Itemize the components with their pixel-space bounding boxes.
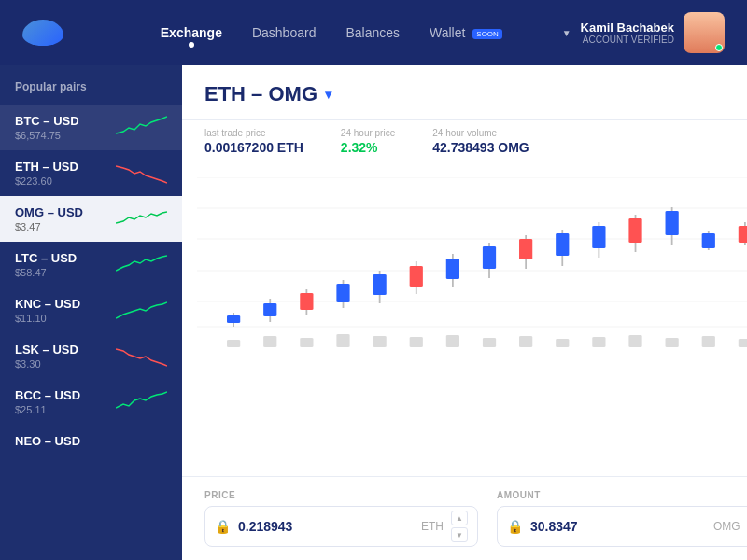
wallet-badge: SOON	[472, 29, 502, 39]
svg-rect-53	[483, 338, 496, 347]
order-form: PRICE 🔒 ETH ▲ ▼ AMOUNT 🔒 OMG	[182, 476, 747, 560]
amount-group: AMOUNT 🔒 OMG ▲ ▼	[497, 490, 747, 547]
lock-icon: 🔒	[215, 519, 231, 534]
verified-dot-icon	[715, 44, 723, 51]
amount-input[interactable]	[530, 519, 706, 534]
stat-last-trade: Last trade price 0.00167200 ETH	[204, 128, 303, 155]
pair-name: KNC – USD	[15, 297, 80, 311]
svg-rect-51	[410, 337, 423, 347]
avatar[interactable]	[684, 12, 725, 53]
stat-last-trade-value: 0.00167200 ETH	[204, 140, 303, 155]
svg-rect-31	[666, 211, 679, 235]
svg-rect-25	[556, 233, 569, 256]
svg-rect-35	[739, 226, 747, 243]
user-area: ▼ Kamil Bachabek ACCOUNT VERIFIED	[562, 12, 725, 53]
svg-rect-60	[739, 339, 747, 347]
user-info: Kamil Bachabek ACCOUNT VERIFIED	[581, 21, 674, 45]
pair-price: $6,574.75	[15, 130, 79, 141]
svg-rect-54	[519, 336, 532, 347]
pair-item-ltc-usd[interactable]: LTC – USD $58.47	[0, 242, 182, 287]
candlestick-chart	[197, 177, 747, 364]
price-stepper: ▲ ▼	[451, 511, 468, 542]
stat-24h-price: 24 hour price 2.32%	[341, 128, 395, 155]
svg-rect-29	[628, 218, 641, 243]
price-input-wrap: 🔒 ETH ▲ ▼	[204, 506, 478, 547]
price-input[interactable]	[238, 519, 414, 534]
svg-rect-23	[519, 239, 532, 259]
pair-name: LTC – USD	[15, 251, 77, 265]
svg-rect-27	[592, 226, 605, 248]
mini-chart-lsk	[116, 343, 167, 370]
svg-rect-57	[628, 335, 641, 347]
stat-24h-volume-value: 42.738493 OMG	[432, 140, 529, 155]
mini-chart-bcc	[116, 389, 167, 415]
price-stepper-down[interactable]: ▼	[451, 527, 468, 542]
amount-currency: OMG	[713, 520, 740, 533]
sidebar: Popular pairs BTC – USD $6,574.75 ETH – …	[0, 65, 182, 560]
main-layout: Popular pairs BTC – USD $6,574.75 ETH – …	[0, 65, 747, 560]
pair-price: $223.60	[15, 175, 78, 187]
user-name: Kamil Bachabek	[581, 21, 674, 35]
nav-links: Exchange Dashboard Balances Wallet SOON	[101, 21, 562, 44]
user-status: ACCOUNT VERIFIED	[581, 35, 674, 45]
nav-wallet[interactable]: Wallet SOON	[430, 21, 502, 44]
pair-item-lsk-usd[interactable]: LSK – USD $3.30	[0, 333, 182, 379]
pair-price: $58.47	[15, 267, 77, 278]
pair-item-bcc-usd[interactable]: BCC – USD $25.11	[0, 379, 182, 425]
pair-name: LSK – USD	[15, 343, 78, 357]
svg-rect-52	[446, 335, 459, 347]
svg-rect-48	[300, 338, 313, 347]
stats-row: Last trade price 0.00167200 ETH 24 hour …	[182, 120, 747, 168]
svg-rect-13	[336, 284, 349, 302]
pair-name: BTC – USD	[15, 114, 79, 128]
pair-item-btc-usd[interactable]: BTC – USD $6,574.75	[0, 105, 182, 150]
lock-icon-amount: 🔒	[507, 519, 523, 534]
user-chevron-icon: ▼	[562, 28, 571, 38]
pair-item-eth-usd[interactable]: ETH – USD $223.60	[0, 150, 182, 196]
price-currency: ETH	[421, 520, 444, 533]
stat-24h-volume-label: 24 hour volume	[432, 128, 529, 138]
chart-header: ETH – OMG ▾ 1d 6h 1h 30m 5m	[182, 65, 747, 120]
amount-label: AMOUNT	[497, 490, 747, 500]
pair-name: NEO – USD	[15, 434, 80, 448]
stat-24h-price-label: 24 hour price	[341, 128, 395, 138]
logo-icon[interactable]	[22, 20, 63, 46]
pair-item-knc-usd[interactable]: KNC – USD $11.10	[0, 287, 182, 333]
pair-price: $3.30	[15, 358, 78, 370]
svg-rect-58	[666, 338, 679, 347]
mini-chart-ltc	[116, 252, 167, 278]
price-label: PRICE	[204, 490, 478, 500]
chart-area: 0.01500 0.01250 0.01000 0.00750 0.00500 …	[182, 168, 747, 476]
stat-24h-volume: 24 hour volume 42.738493 OMG	[432, 128, 529, 155]
pair-price: $3.47	[15, 221, 83, 232]
pair-item-omg-usd[interactable]: OMG – USD $3.47	[0, 196, 182, 242]
nav-dashboard[interactable]: Dashboard	[252, 21, 317, 44]
svg-rect-19	[446, 259, 459, 279]
price-stepper-up[interactable]: ▲	[451, 511, 468, 525]
pair-item-neo-usd[interactable]: NEO – USD	[0, 425, 182, 459]
pair-name: OMG – USD	[15, 205, 83, 219]
sidebar-title: Popular pairs	[0, 80, 182, 105]
svg-rect-11	[300, 293, 313, 310]
svg-rect-33	[702, 233, 715, 248]
pair-name: ETH – USD	[15, 160, 78, 174]
content-area: ETH – OMG ▾ 1d 6h 1h 30m 5m Last trade p…	[182, 65, 747, 560]
svg-rect-9	[263, 303, 276, 316]
nav-balances[interactable]: Balances	[345, 21, 400, 44]
pair-dropdown-icon[interactable]: ▾	[325, 87, 331, 102]
svg-rect-21	[483, 246, 496, 269]
svg-rect-50	[374, 336, 387, 347]
mini-chart-btc	[116, 115, 167, 141]
nav-exchange[interactable]: Exchange	[161, 21, 222, 44]
svg-rect-46	[227, 340, 240, 347]
topnav: Exchange Dashboard Balances Wallet SOON …	[0, 0, 747, 65]
mini-chart-eth	[116, 161, 167, 187]
chart-pair-title: ETH – OMG ▾	[204, 82, 331, 106]
pair-price: $25.11	[15, 404, 80, 415]
svg-rect-56	[592, 337, 605, 347]
svg-rect-47	[263, 336, 276, 347]
svg-rect-7	[227, 315, 240, 323]
mini-chart-omg	[116, 206, 167, 232]
svg-rect-17	[410, 266, 423, 287]
price-group: PRICE 🔒 ETH ▲ ▼	[204, 490, 478, 547]
